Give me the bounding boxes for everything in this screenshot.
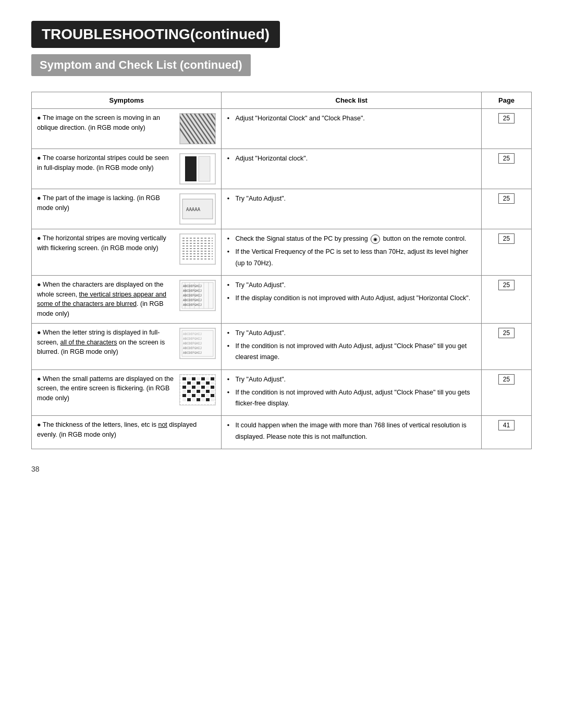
- checklist-item-6-0: Try "Auto Adjust".: [227, 374, 476, 385]
- table-row: ● The image on the screen is moving in a…: [32, 109, 532, 149]
- svg-rect-51: [187, 377, 191, 380]
- svg-rect-59: [192, 381, 195, 385]
- svg-text:ABCDEFGHIJ: ABCDEFGHIJ: [183, 341, 202, 345]
- svg-rect-84: [211, 394, 214, 397]
- svg-rect-76: [206, 390, 210, 393]
- checklist-item-7-0: It could happen when the image with more…: [227, 420, 476, 442]
- svg-rect-85: [182, 398, 186, 401]
- symptom-cell-6: ● When the small patterns are displayed …: [32, 369, 222, 416]
- page-cell-1: 25: [482, 149, 532, 189]
- checklist-item-5-0: Try "Auto Adjust".: [227, 328, 476, 339]
- footer-page-number: 38: [31, 465, 532, 473]
- page-cell-3: 25: [482, 229, 532, 276]
- symptom-text-7: ● The thickness of the letters, lines, e…: [37, 420, 216, 440]
- svg-text:ABCDEFGHIJ: ABCDEFGHIJ: [183, 332, 202, 336]
- page-cell-6: 25: [482, 369, 532, 416]
- svg-rect-64: [182, 386, 186, 389]
- svg-rect-89: [201, 398, 205, 401]
- svg-rect-71: [182, 390, 186, 393]
- svg-rect-50: [182, 377, 186, 380]
- svg-rect-87: [192, 398, 195, 401]
- page-cell-4: 25: [482, 275, 532, 323]
- symptom-cell-5: ● When the letter string is displayed in…: [32, 323, 222, 369]
- svg-rect-15: [199, 156, 210, 181]
- svg-rect-14: [185, 156, 197, 181]
- svg-text:AAAAA: AAAAA: [186, 207, 201, 212]
- svg-rect-53: [197, 377, 200, 380]
- symptom-cell-0: ● The image on the screen is moving in a…: [32, 109, 222, 149]
- table-row: ● When the small patterns are displayed …: [32, 369, 532, 416]
- page-number: 25: [498, 328, 515, 338]
- symptom-text-3: ● The horizontal stripes are moving vert…: [37, 233, 174, 253]
- checklist-item-2-0: Try "Auto Adjust".: [227, 193, 476, 204]
- remote-control-icon: ◉: [371, 235, 380, 244]
- checklist-item-3-0: Check the Signal status of the PC by pre…: [227, 233, 476, 244]
- page-number: 25: [498, 233, 515, 244]
- header-checklist: Check list: [222, 92, 482, 109]
- checklist-cell-4: Try "Auto Adjust".If the display conditi…: [222, 275, 482, 323]
- checklist-cell-0: Adjust "Horizontal Clock" and "Clock Pha…: [222, 109, 482, 149]
- svg-rect-73: [192, 390, 195, 393]
- checklist-item-3-1: If the Vertical Frequency of the PC is s…: [227, 246, 476, 269]
- svg-rect-70: [211, 386, 214, 389]
- symptom-image-6: [179, 374, 216, 405]
- checklist-cell-5: Try "Auto Adjust".If the condition is no…: [222, 323, 482, 369]
- svg-rect-19: [180, 234, 215, 264]
- svg-rect-57: [182, 381, 186, 385]
- checklist-item-4-0: Try "Auto Adjust".: [227, 280, 476, 291]
- svg-rect-65: [187, 386, 191, 389]
- table-row: ● When the characters are displayed on t…: [32, 275, 532, 323]
- checklist-cell-3: Check the Signal status of the PC by pre…: [222, 229, 482, 276]
- checklist-item-5-1: If the condition is not improved with Au…: [227, 341, 476, 363]
- symptom-cell-3: ● The horizontal stripes are moving vert…: [32, 229, 222, 276]
- svg-rect-69: [206, 386, 210, 389]
- svg-rect-55: [206, 377, 210, 380]
- svg-rect-75: [201, 390, 205, 393]
- table-row: ● The thickness of the letters, lines, e…: [32, 416, 532, 449]
- symptom-image-1: [179, 153, 216, 184]
- svg-rect-56: [211, 377, 214, 380]
- symptom-cell-4: ● When the characters are displayed on t…: [32, 275, 222, 323]
- header-page: Page: [482, 92, 532, 109]
- svg-rect-54: [201, 377, 205, 380]
- symptom-image-4: ABCDEFGHIJABCDEFGHIJABCDEFGHIJABCDEFGHIJ…: [179, 280, 216, 311]
- svg-rect-82: [201, 394, 205, 397]
- sub-title: Symptom and Check List (continued): [31, 54, 251, 76]
- svg-text:ABCDEFGHIJ: ABCDEFGHIJ: [183, 351, 202, 354]
- svg-rect-88: [197, 398, 200, 401]
- svg-rect-67: [197, 386, 200, 389]
- svg-rect-86: [187, 398, 191, 401]
- symptom-image-2: AAAAA: [179, 193, 216, 225]
- main-title: TROUBLESHOOTING(continued): [31, 21, 280, 48]
- symptom-cell-2: ● The part of the image is lacking. (in …: [32, 189, 222, 229]
- table-row: ● The coarse horizontal stripes could be…: [32, 149, 532, 189]
- checklist-item-4-1: If the display condition is not improved…: [227, 293, 476, 304]
- svg-rect-60: [197, 381, 200, 385]
- svg-rect-79: [187, 394, 191, 397]
- checklist-cell-6: Try "Auto Adjust".If the condition is no…: [222, 369, 482, 416]
- svg-rect-63: [211, 381, 214, 385]
- svg-rect-66: [192, 386, 195, 389]
- svg-rect-77: [211, 390, 214, 393]
- symptom-text-2: ● The part of the image is lacking. (in …: [37, 193, 174, 213]
- page-number: 41: [498, 420, 515, 430]
- symptom-table: Symptoms Check list Page ● The image on …: [31, 92, 532, 449]
- svg-rect-80: [192, 394, 195, 397]
- symptom-image-0: [179, 113, 216, 144]
- page-number: 25: [498, 193, 515, 204]
- symptom-cell-7: ● The thickness of the letters, lines, e…: [32, 416, 222, 449]
- svg-rect-81: [197, 394, 200, 397]
- svg-rect-72: [187, 390, 191, 393]
- page-number: 25: [498, 153, 515, 164]
- page-number: 25: [498, 113, 515, 124]
- header-symptoms: Symptoms: [32, 92, 222, 109]
- checklist-cell-2: Try "Auto Adjust".: [222, 189, 482, 229]
- symptom-text-1: ● The coarse horizontal stripes could be…: [37, 153, 174, 173]
- table-row: ● When the letter string is displayed in…: [32, 323, 532, 369]
- checklist-item-6-1: If the condition is not improved with Au…: [227, 387, 476, 410]
- svg-rect-52: [192, 377, 195, 380]
- svg-rect-62: [206, 381, 210, 385]
- svg-text:ABCDEFGHIJ: ABCDEFGHIJ: [183, 337, 202, 340]
- checklist-cell-1: Adjust "Horizontal clock".: [222, 149, 482, 189]
- page-cell-2: 25: [482, 189, 532, 229]
